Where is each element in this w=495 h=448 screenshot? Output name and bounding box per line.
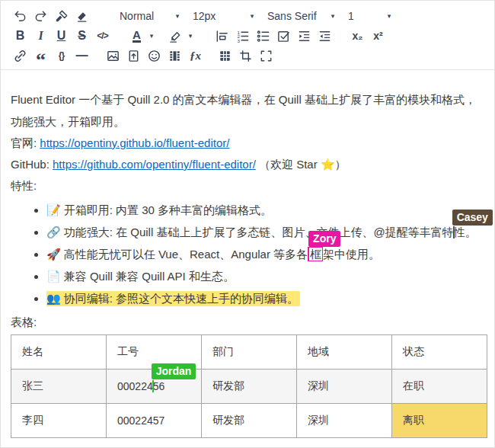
indent-decrease-icon [318,29,332,43]
divider-button[interactable]: — [72,46,92,65]
zory-cursor-label: Zory [308,231,340,247]
editor-content[interactable]: Fluent Editor 一个基于 Quill 2.0 的富文本编辑器，在 Q… [1,70,494,438]
github-suffix-close: ） [335,158,346,171]
align-button[interactable] [212,27,232,45]
clean-format-button[interactable] [72,7,92,25]
cell-id[interactable]: 00022457 [107,404,202,438]
link-button[interactable] [10,46,30,65]
feature-item-1[interactable]: 📝开箱即用: 内置 30 多种丰富的编辑格式。 [46,199,484,221]
font-family-select[interactable]: Sans Serif ▾ [260,7,340,25]
intro-paragraph[interactable]: Fluent Editor 一个基于 Quill 2.0 的富文本编辑器，在 Q… [11,88,484,133]
feature-item-2[interactable]: 🔗功能强大: 在 Quill 基础上上扩展了多态链、图片、文件上传、@提醒等丰富… [46,221,484,243]
memo-icon: 📝 [46,203,61,216]
underline-button[interactable]: U [51,27,72,45]
text-color-button[interactable]: A [126,27,147,45]
strikethrough-button[interactable]: S [72,27,92,45]
align-left-icon [215,29,229,43]
header-dept[interactable]: 部门 [202,335,297,370]
feature-3-text-before: 高性能无忧可以任 Vue、React、Angular 等多各 [64,248,308,261]
header-name[interactable]: 姓名 [11,335,107,370]
chevron-down-icon: ▾ [173,12,182,20]
header-status[interactable]: 状态 [392,335,487,370]
ordered-list-button[interactable]: 123 [232,27,253,45]
page-icon: 📄 [46,270,61,283]
cell-name[interactable]: 李四 [11,404,107,438]
chevron-down-icon: ▾ [328,12,337,20]
cell-status-highlighted[interactable]: 离职 [392,404,487,438]
cell-id[interactable]: 000224Jordan56 [107,370,202,404]
table-button[interactable] [215,46,235,65]
toolbar: Normal ▾ 12px ▾ Sans Serif ▾ 1 ▾ B I U S… [1,1,494,70]
ordered-list-icon: 123 [235,29,250,43]
feature-2-text-after: 性。 [454,226,477,238]
feature-2-text-before: 功能强大: 在 Quill 基础上上扩展了多态链、图片、文件上传、@提醒等丰富特 [64,226,454,238]
background-color-button[interactable] [165,27,186,45]
cell-dept[interactable]: 研发部 [202,404,297,438]
star-icon: ⭐ [321,158,335,171]
highlighter-icon [168,29,183,43]
table-title[interactable]: 表格: [11,312,484,333]
formula-button[interactable]: ƒx [185,46,206,65]
casey-cursor-label: Casey [452,210,493,226]
format-painter-button[interactable] [51,7,72,25]
feature-item-5[interactable]: 👥协同编辑: 参照这个文本快速上手的协同编辑。 [46,287,484,309]
features-list: 📝开箱即用: 内置 30 多种丰富的编辑格式。 🔗功能强大: 在 Quill 基… [11,199,484,309]
feature-1-text: 开箱即用: 内置 30 多种丰富的编辑格式。 [64,203,272,216]
jordan-cursor-label: Jordan [152,363,196,379]
code-block-button[interactable]: {} [51,46,72,65]
id-after-caret: 56 [153,380,165,392]
fullscreen-button[interactable] [256,46,276,65]
svg-text:3: 3 [237,38,240,43]
screenshot-button[interactable] [235,46,256,65]
feature-item-3[interactable]: 🚀高性能无忧可以任 Vue、React、Angular 等多各框Zory架中使用… [46,243,484,265]
undo-button[interactable] [10,7,30,25]
fullscreen-icon [259,49,273,63]
toolbar-row-2: B I U S </> A ▾ ▾ 123 x₂ x² [10,26,485,46]
indent-increase-button[interactable] [294,27,315,45]
inline-code-button[interactable]: </> [92,27,113,45]
indent-increase-icon [297,29,311,43]
italic-button[interactable]: I [30,27,51,45]
link-emoji-icon: 🔗 [46,226,61,238]
cell-status[interactable]: 在职 [392,370,487,404]
feature-5-text: 协同编辑: 参照这个文本快速上手的协同编辑。 [64,292,299,305]
file-upload-icon [126,49,141,63]
subscript-button[interactable]: x₂ [347,27,368,45]
bullet-list-button[interactable] [253,27,273,45]
image-button[interactable] [103,46,123,65]
background-color-dropdown[interactable]: ▾ [186,32,195,40]
link-icon [13,49,27,63]
github-line[interactable]: GitHub: https://github.com/opentiny/flue… [11,154,484,175]
bold-button[interactable]: B [10,27,30,45]
emoji-button[interactable] [144,46,164,65]
superscript-button[interactable]: x² [368,27,388,45]
github-link[interactable]: https://github.com/opentiny/fluent-edito… [53,158,256,171]
cell-name[interactable]: 张三 [11,370,107,404]
cell-region[interactable]: 深圳 [297,404,392,438]
video-button[interactable] [164,46,185,65]
heading-value: Normal [120,10,154,22]
check-list-button[interactable] [273,27,294,45]
zory-selection: 框Zory [308,247,323,261]
redo-button[interactable] [30,7,51,25]
font-size-value: 12px [193,10,216,22]
font-size-select[interactable]: 12px ▾ [185,7,260,25]
github-label: GitHub: [11,158,53,171]
blockquote-button[interactable]: “ [30,46,51,65]
features-title[interactable]: 特性: [11,175,484,197]
website-link[interactable]: https://opentiny.github.io/fluent-editor… [40,136,229,149]
highlighted-text: 👥协同编辑: 参照这个文本快速上手的协同编辑。 [46,291,300,306]
indent-decrease-button[interactable] [315,27,335,45]
crop-icon [238,49,253,63]
header-region[interactable]: 地域 [297,335,392,370]
heading-select[interactable]: Normal ▾ [112,7,185,25]
cell-region[interactable]: 深圳 [297,370,392,404]
line-height-select[interactable]: 1 ▾ [340,7,397,25]
website-line[interactable]: 官网: https://opentiny.github.io/fluent-ed… [11,133,484,154]
file-upload-button[interactable] [123,46,144,65]
emoji-icon [147,49,161,63]
text-color-dropdown[interactable]: ▾ [147,32,156,40]
bullet-list-icon [256,29,270,43]
feature-item-4[interactable]: 📄兼容 Quill 兼容 Quill API 和生态。 [46,265,484,287]
cell-dept[interactable]: 研发部 [202,370,297,404]
